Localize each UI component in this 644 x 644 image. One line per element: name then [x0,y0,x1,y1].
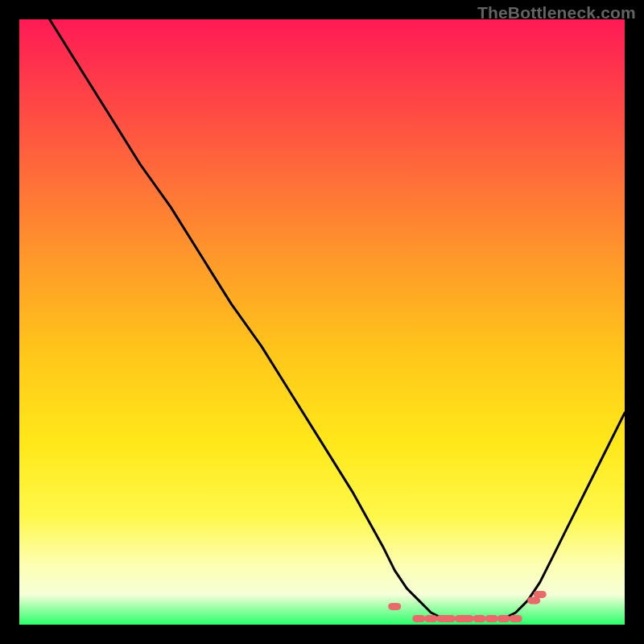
chart-container: TheBottleneck.com [0,0,644,644]
svg-rect-1 [412,615,425,622]
svg-rect-0 [388,603,401,610]
svg-rect-3 [436,615,449,622]
svg-rect-8 [485,615,498,622]
svg-rect-2 [424,615,437,622]
svg-rect-6 [461,615,474,622]
svg-rect-12 [534,591,547,598]
bottleneck-curve [50,19,625,619]
optimal-region-markers [388,591,547,622]
svg-rect-11 [527,597,540,604]
svg-rect-5 [455,615,468,622]
svg-rect-10 [510,615,522,622]
svg-rect-7 [473,615,486,622]
svg-rect-4 [443,615,456,622]
svg-rect-9 [497,615,510,622]
chart-svg [19,19,625,625]
plot-area [19,19,625,625]
